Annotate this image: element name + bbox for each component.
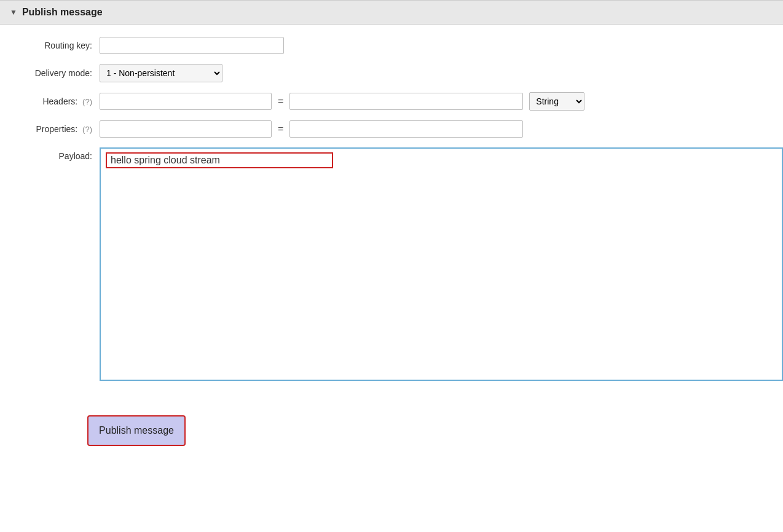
headers-value-input[interactable] — [289, 93, 523, 110]
routing-key-row: Routing key: — [0, 37, 783, 54]
routing-key-input[interactable] — [100, 37, 284, 54]
headers-hint: (?) — [82, 97, 92, 106]
headers-type-select[interactable]: String Integer Boolean List Map — [529, 92, 584, 111]
payload-highlighted-text: hello spring cloud stream — [106, 152, 333, 168]
payload-label: Payload: — [12, 151, 92, 161]
delivery-mode-label: Delivery mode: — [12, 68, 92, 78]
properties-label: Properties: (?) — [12, 124, 92, 134]
delivery-mode-row: Delivery mode: 1 - Non-persistent 2 - Pe… — [0, 64, 783, 82]
headers-label: Headers: (?) — [12, 96, 92, 106]
properties-row: Properties: (?) = — [0, 120, 783, 138]
properties-hint: (?) — [82, 125, 92, 134]
publish-message-button[interactable]: Publish message — [87, 415, 186, 446]
page-container: ▼ Publish message Routing key: Delivery … — [0, 0, 783, 532]
delivery-mode-select[interactable]: 1 - Non-persistent 2 - Persistent — [100, 64, 222, 82]
headers-equals: = — [278, 96, 283, 107]
routing-key-label: Routing key: — [12, 41, 92, 50]
section-header: ▼ Publish message — [0, 0, 783, 25]
properties-equals: = — [278, 123, 283, 135]
properties-value-input[interactable] — [289, 120, 523, 138]
payload-container: hello spring cloud stream — [100, 147, 783, 381]
headers-row: Headers: (?) = String Integer Boolean Li… — [0, 92, 783, 111]
form-area: Routing key: Delivery mode: 1 - Non-pers… — [0, 25, 783, 403]
chevron-down-icon: ▼ — [10, 8, 17, 17]
payload-row: Payload: hello spring cloud stream — [0, 147, 783, 381]
properties-key-input[interactable] — [100, 120, 272, 138]
section-title: Publish message — [22, 7, 103, 18]
headers-key-input[interactable] — [100, 93, 272, 110]
